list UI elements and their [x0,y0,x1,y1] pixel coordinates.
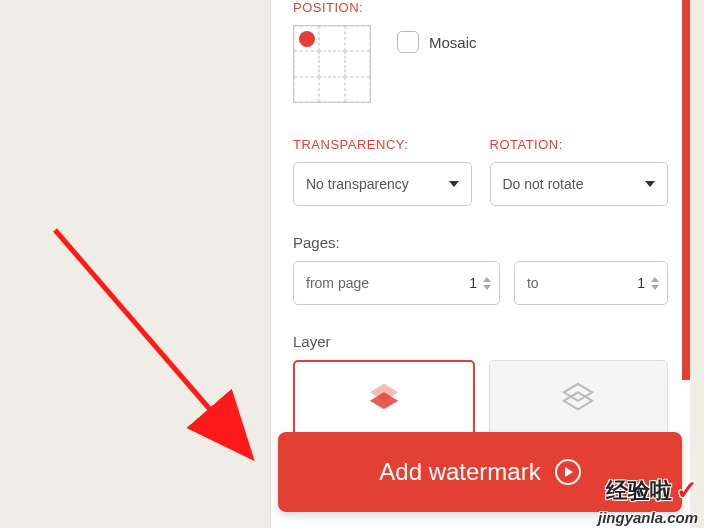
transparency-col: TRANSPARENCY: No transparency [293,137,472,206]
brand-cn: 经验啦 [606,476,672,506]
position-cell-top-right[interactable] [345,26,370,51]
scrollbar[interactable] [682,0,690,380]
position-cell-bot-right[interactable] [345,77,370,102]
position-grid[interactable] [293,25,371,103]
rotation-value: Do not rotate [503,176,584,192]
layer-under-option[interactable] [489,360,669,436]
stepper-down-icon[interactable] [651,285,659,290]
mosaic-label: Mosaic [429,34,477,51]
layer-label: Layer [293,333,668,350]
from-page-stepper[interactable] [483,277,491,290]
from-page-value: 1 [469,275,483,291]
position-cell-mid-center[interactable] [319,51,344,76]
check-icon: ✓ [676,475,698,506]
layer-over-option[interactable] [293,360,475,436]
add-watermark-label: Add watermark [379,458,540,486]
chevron-down-icon [449,181,459,187]
to-page-stepper[interactable] [651,277,659,290]
position-row: Mosaic [293,25,668,103]
position-cell-top-center[interactable] [319,26,344,51]
from-page-input[interactable]: from page 1 [293,261,500,305]
layer-row [293,360,668,436]
stepper-down-icon[interactable] [483,285,491,290]
transparency-rotation-row: TRANSPARENCY: No transparency ROTATION: … [293,137,668,206]
arrow-right-circle-icon [555,459,581,485]
position-label: POSITION: [293,0,668,15]
svg-line-0 [55,230,245,450]
stepper-up-icon[interactable] [483,277,491,282]
stepper-up-icon[interactable] [651,277,659,282]
transparency-select[interactable]: No transparency [293,162,472,206]
position-cell-bot-center[interactable] [319,77,344,102]
rotation-col: ROTATION: Do not rotate [490,137,669,206]
mosaic-checkbox[interactable] [397,31,419,53]
transparency-value: No transparency [306,176,409,192]
site-watermark: 经验啦 ✓ jingyanla.com [598,475,698,526]
from-page-label: from page [306,275,469,291]
pages-label: Pages: [293,234,668,251]
annotation-arrow [45,220,285,480]
rotation-label: ROTATION: [490,137,669,152]
pages-row: from page 1 to 1 [293,261,668,305]
rotation-select[interactable]: Do not rotate [490,162,669,206]
layer-over-icon [367,381,401,415]
position-cell-bot-left[interactable] [294,77,319,102]
brand-en: jingyanla.com [598,509,698,526]
to-page-value: 1 [637,275,651,291]
transparency-label: TRANSPARENCY: [293,137,472,152]
to-page-label: to [527,275,637,291]
position-cell-mid-right[interactable] [345,51,370,76]
position-cell-mid-left[interactable] [294,51,319,76]
layer-under-icon [561,381,595,415]
position-cell-top-left[interactable] [294,26,319,51]
to-page-input[interactable]: to 1 [514,261,668,305]
chevron-down-icon [645,181,655,187]
mosaic-option: Mosaic [397,31,477,53]
